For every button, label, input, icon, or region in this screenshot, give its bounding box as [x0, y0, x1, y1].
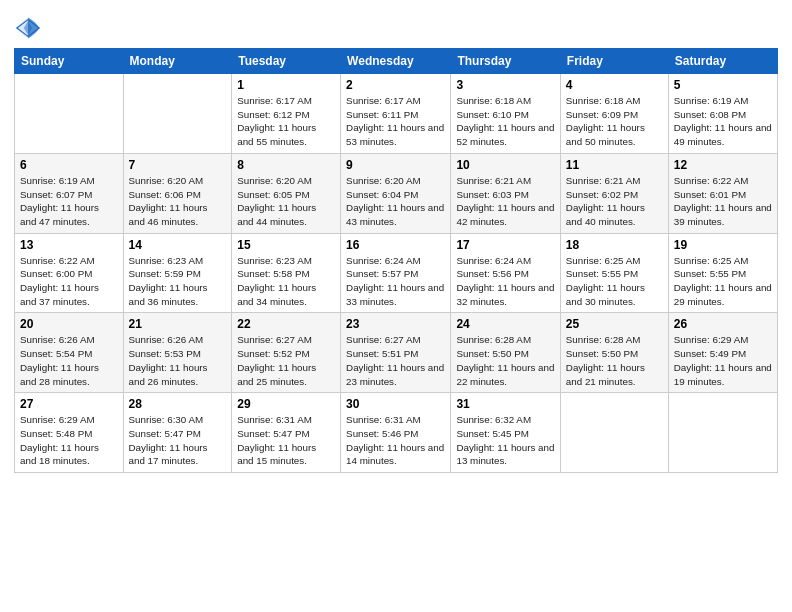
- weekday-header: Sunday: [15, 49, 124, 74]
- header: [14, 10, 778, 42]
- day-number: 27: [20, 397, 118, 411]
- calendar-cell: 20Sunrise: 6:26 AMSunset: 5:54 PMDayligh…: [15, 313, 124, 393]
- calendar-cell: 1Sunrise: 6:17 AMSunset: 6:12 PMDaylight…: [232, 74, 341, 154]
- day-number: 22: [237, 317, 335, 331]
- day-number: 19: [674, 238, 772, 252]
- calendar-cell: 19Sunrise: 6:25 AMSunset: 5:55 PMDayligh…: [668, 233, 777, 313]
- day-number: 20: [20, 317, 118, 331]
- calendar-week-row: 27Sunrise: 6:29 AMSunset: 5:48 PMDayligh…: [15, 393, 778, 473]
- cell-info: Sunrise: 6:31 AMSunset: 5:47 PMDaylight:…: [237, 414, 316, 466]
- day-number: 11: [566, 158, 663, 172]
- calendar-cell: 6Sunrise: 6:19 AMSunset: 6:07 PMDaylight…: [15, 153, 124, 233]
- calendar-cell: 26Sunrise: 6:29 AMSunset: 5:49 PMDayligh…: [668, 313, 777, 393]
- logo-icon: [14, 14, 42, 42]
- calendar-cell: 31Sunrise: 6:32 AMSunset: 5:45 PMDayligh…: [451, 393, 560, 473]
- calendar-cell: 3Sunrise: 6:18 AMSunset: 6:10 PMDaylight…: [451, 74, 560, 154]
- cell-info: Sunrise: 6:27 AMSunset: 5:52 PMDaylight:…: [237, 334, 316, 386]
- calendar-cell: 13Sunrise: 6:22 AMSunset: 6:00 PMDayligh…: [15, 233, 124, 313]
- cell-info: Sunrise: 6:25 AMSunset: 5:55 PMDaylight:…: [674, 255, 772, 307]
- day-number: 21: [129, 317, 227, 331]
- day-number: 31: [456, 397, 554, 411]
- day-number: 1: [237, 78, 335, 92]
- day-number: 3: [456, 78, 554, 92]
- calendar-cell: 17Sunrise: 6:24 AMSunset: 5:56 PMDayligh…: [451, 233, 560, 313]
- calendar-cell: 24Sunrise: 6:28 AMSunset: 5:50 PMDayligh…: [451, 313, 560, 393]
- calendar-cell: 29Sunrise: 6:31 AMSunset: 5:47 PMDayligh…: [232, 393, 341, 473]
- calendar-cell: 30Sunrise: 6:31 AMSunset: 5:46 PMDayligh…: [341, 393, 451, 473]
- cell-info: Sunrise: 6:19 AMSunset: 6:07 PMDaylight:…: [20, 175, 99, 227]
- calendar-cell: [123, 74, 232, 154]
- cell-info: Sunrise: 6:29 AMSunset: 5:49 PMDaylight:…: [674, 334, 772, 386]
- cell-info: Sunrise: 6:20 AMSunset: 6:05 PMDaylight:…: [237, 175, 316, 227]
- day-number: 24: [456, 317, 554, 331]
- cell-info: Sunrise: 6:29 AMSunset: 5:48 PMDaylight:…: [20, 414, 99, 466]
- weekday-header: Thursday: [451, 49, 560, 74]
- calendar-cell: [560, 393, 668, 473]
- calendar-cell: 14Sunrise: 6:23 AMSunset: 5:59 PMDayligh…: [123, 233, 232, 313]
- calendar-cell: 2Sunrise: 6:17 AMSunset: 6:11 PMDaylight…: [341, 74, 451, 154]
- cell-info: Sunrise: 6:18 AMSunset: 6:10 PMDaylight:…: [456, 95, 554, 147]
- weekday-header: Tuesday: [232, 49, 341, 74]
- calendar-week-row: 13Sunrise: 6:22 AMSunset: 6:00 PMDayligh…: [15, 233, 778, 313]
- day-number: 4: [566, 78, 663, 92]
- calendar-cell: [15, 74, 124, 154]
- day-number: 15: [237, 238, 335, 252]
- day-number: 10: [456, 158, 554, 172]
- calendar-cell: 15Sunrise: 6:23 AMSunset: 5:58 PMDayligh…: [232, 233, 341, 313]
- cell-info: Sunrise: 6:28 AMSunset: 5:50 PMDaylight:…: [456, 334, 554, 386]
- cell-info: Sunrise: 6:22 AMSunset: 6:01 PMDaylight:…: [674, 175, 772, 227]
- calendar-cell: 12Sunrise: 6:22 AMSunset: 6:01 PMDayligh…: [668, 153, 777, 233]
- weekday-header: Monday: [123, 49, 232, 74]
- day-number: 30: [346, 397, 445, 411]
- day-number: 29: [237, 397, 335, 411]
- calendar-table: SundayMondayTuesdayWednesdayThursdayFrid…: [14, 48, 778, 473]
- calendar-cell: 9Sunrise: 6:20 AMSunset: 6:04 PMDaylight…: [341, 153, 451, 233]
- calendar-week-row: 20Sunrise: 6:26 AMSunset: 5:54 PMDayligh…: [15, 313, 778, 393]
- cell-info: Sunrise: 6:24 AMSunset: 5:56 PMDaylight:…: [456, 255, 554, 307]
- calendar-cell: [668, 393, 777, 473]
- calendar-cell: 25Sunrise: 6:28 AMSunset: 5:50 PMDayligh…: [560, 313, 668, 393]
- calendar-cell: 18Sunrise: 6:25 AMSunset: 5:55 PMDayligh…: [560, 233, 668, 313]
- cell-info: Sunrise: 6:19 AMSunset: 6:08 PMDaylight:…: [674, 95, 772, 147]
- calendar-cell: 4Sunrise: 6:18 AMSunset: 6:09 PMDaylight…: [560, 74, 668, 154]
- day-number: 12: [674, 158, 772, 172]
- calendar-cell: 27Sunrise: 6:29 AMSunset: 5:48 PMDayligh…: [15, 393, 124, 473]
- calendar-cell: 22Sunrise: 6:27 AMSunset: 5:52 PMDayligh…: [232, 313, 341, 393]
- day-number: 13: [20, 238, 118, 252]
- day-number: 28: [129, 397, 227, 411]
- cell-info: Sunrise: 6:23 AMSunset: 5:59 PMDaylight:…: [129, 255, 208, 307]
- day-number: 17: [456, 238, 554, 252]
- day-number: 5: [674, 78, 772, 92]
- weekday-header: Wednesday: [341, 49, 451, 74]
- weekday-header: Friday: [560, 49, 668, 74]
- calendar-cell: 23Sunrise: 6:27 AMSunset: 5:51 PMDayligh…: [341, 313, 451, 393]
- cell-info: Sunrise: 6:21 AMSunset: 6:02 PMDaylight:…: [566, 175, 645, 227]
- cell-info: Sunrise: 6:30 AMSunset: 5:47 PMDaylight:…: [129, 414, 208, 466]
- cell-info: Sunrise: 6:23 AMSunset: 5:58 PMDaylight:…: [237, 255, 316, 307]
- calendar-cell: 28Sunrise: 6:30 AMSunset: 5:47 PMDayligh…: [123, 393, 232, 473]
- day-number: 14: [129, 238, 227, 252]
- day-number: 8: [237, 158, 335, 172]
- day-number: 2: [346, 78, 445, 92]
- calendar-cell: 5Sunrise: 6:19 AMSunset: 6:08 PMDaylight…: [668, 74, 777, 154]
- day-number: 26: [674, 317, 772, 331]
- cell-info: Sunrise: 6:27 AMSunset: 5:51 PMDaylight:…: [346, 334, 444, 386]
- day-number: 25: [566, 317, 663, 331]
- calendar-cell: 7Sunrise: 6:20 AMSunset: 6:06 PMDaylight…: [123, 153, 232, 233]
- calendar-week-row: 1Sunrise: 6:17 AMSunset: 6:12 PMDaylight…: [15, 74, 778, 154]
- day-number: 6: [20, 158, 118, 172]
- cell-info: Sunrise: 6:22 AMSunset: 6:00 PMDaylight:…: [20, 255, 99, 307]
- calendar-week-row: 6Sunrise: 6:19 AMSunset: 6:07 PMDaylight…: [15, 153, 778, 233]
- cell-info: Sunrise: 6:26 AMSunset: 5:54 PMDaylight:…: [20, 334, 99, 386]
- logo: [14, 14, 44, 42]
- cell-info: Sunrise: 6:25 AMSunset: 5:55 PMDaylight:…: [566, 255, 645, 307]
- cell-info: Sunrise: 6:26 AMSunset: 5:53 PMDaylight:…: [129, 334, 208, 386]
- cell-info: Sunrise: 6:24 AMSunset: 5:57 PMDaylight:…: [346, 255, 444, 307]
- calendar-cell: 8Sunrise: 6:20 AMSunset: 6:05 PMDaylight…: [232, 153, 341, 233]
- page: SundayMondayTuesdayWednesdayThursdayFrid…: [0, 0, 792, 612]
- calendar-cell: 10Sunrise: 6:21 AMSunset: 6:03 PMDayligh…: [451, 153, 560, 233]
- cell-info: Sunrise: 6:21 AMSunset: 6:03 PMDaylight:…: [456, 175, 554, 227]
- day-number: 18: [566, 238, 663, 252]
- cell-info: Sunrise: 6:28 AMSunset: 5:50 PMDaylight:…: [566, 334, 645, 386]
- calendar-cell: 16Sunrise: 6:24 AMSunset: 5:57 PMDayligh…: [341, 233, 451, 313]
